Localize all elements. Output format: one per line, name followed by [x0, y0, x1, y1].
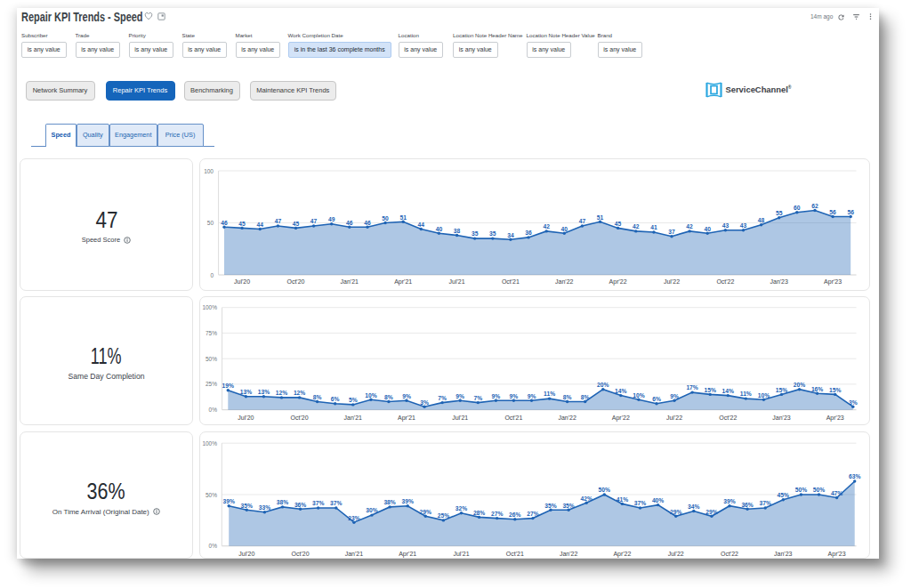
- svg-text:Jul'21: Jul'21: [453, 551, 469, 557]
- svg-text:45: 45: [238, 221, 246, 227]
- svg-text:41: 41: [650, 224, 657, 230]
- svg-text:47: 47: [275, 218, 282, 224]
- svg-text:37%: 37%: [634, 500, 646, 506]
- svg-text:43: 43: [722, 222, 730, 229]
- svg-text:100: 100: [204, 168, 214, 174]
- svg-text:34: 34: [507, 232, 514, 238]
- svg-text:40%: 40%: [652, 497, 664, 503]
- svg-text:Jan'23: Jan'23: [770, 278, 788, 285]
- svg-text:45: 45: [293, 221, 300, 227]
- svg-text:37%: 37%: [760, 500, 771, 506]
- svg-text:56: 56: [829, 209, 836, 215]
- svg-text:Jul'20: Jul'20: [238, 551, 254, 557]
- svg-text:9%: 9%: [670, 393, 679, 399]
- svg-text:41%: 41%: [617, 496, 628, 503]
- svg-text:Apr'21: Apr'21: [394, 278, 412, 286]
- svg-text:8%: 8%: [563, 394, 572, 400]
- svg-text:33%: 33%: [259, 504, 270, 511]
- svg-text:47: 47: [310, 218, 318, 224]
- svg-text:Jul'22: Jul'22: [668, 551, 684, 557]
- svg-text:9%: 9%: [528, 393, 536, 399]
- svg-text:12%: 12%: [276, 390, 287, 396]
- svg-text:40: 40: [436, 226, 443, 232]
- svg-text:Oct'20: Oct'20: [291, 415, 309, 421]
- svg-text:36%: 36%: [741, 502, 753, 508]
- svg-text:26%: 26%: [509, 511, 520, 518]
- svg-text:6%: 6%: [652, 396, 661, 402]
- svg-text:Jan'22: Jan'22: [560, 551, 578, 557]
- svg-text:37%: 37%: [312, 500, 324, 506]
- svg-text:0%: 0%: [209, 407, 218, 413]
- svg-text:17%: 17%: [686, 384, 697, 391]
- svg-text:20%: 20%: [794, 382, 805, 388]
- svg-text:10%: 10%: [633, 392, 644, 399]
- svg-text:Jul'22: Jul'22: [664, 278, 680, 285]
- svg-text:46: 46: [364, 220, 371, 226]
- svg-text:9%: 9%: [510, 393, 519, 399]
- svg-text:9%: 9%: [456, 393, 464, 399]
- svg-text:56: 56: [847, 209, 854, 215]
- svg-text:Oct'20: Oct'20: [286, 278, 304, 285]
- svg-text:51: 51: [597, 214, 604, 221]
- svg-text:29%: 29%: [420, 509, 431, 515]
- svg-text:15%: 15%: [776, 387, 787, 393]
- svg-text:5%: 5%: [349, 397, 358, 403]
- svg-text:50: 50: [382, 215, 389, 222]
- svg-text:50%: 50%: [206, 356, 217, 362]
- svg-text:25%: 25%: [206, 381, 217, 387]
- svg-text:7%: 7%: [473, 395, 482, 401]
- svg-text:Apr'21: Apr'21: [398, 415, 415, 422]
- svg-text:55: 55: [776, 210, 783, 216]
- svg-text:63%: 63%: [849, 473, 860, 479]
- svg-text:27%: 27%: [491, 511, 503, 517]
- svg-text:39%: 39%: [723, 498, 735, 504]
- svg-text:29%: 29%: [705, 509, 717, 515]
- svg-text:9%: 9%: [492, 393, 501, 399]
- svg-text:15%: 15%: [705, 387, 716, 393]
- svg-text:0: 0: [210, 272, 214, 278]
- svg-text:40: 40: [561, 226, 568, 232]
- svg-text:36: 36: [525, 230, 532, 236]
- svg-text:Oct'21: Oct'21: [504, 415, 522, 421]
- svg-text:100%: 100%: [202, 440, 217, 447]
- svg-text:13%: 13%: [240, 389, 252, 395]
- svg-text:Jul'21: Jul'21: [452, 415, 468, 421]
- svg-text:11%: 11%: [740, 391, 752, 397]
- svg-text:16%: 16%: [811, 386, 823, 392]
- svg-text:Apr'21: Apr'21: [399, 551, 416, 558]
- svg-text:Oct'21: Oct'21: [506, 551, 524, 557]
- svg-text:35: 35: [489, 230, 496, 237]
- svg-text:39%: 39%: [223, 498, 235, 504]
- svg-text:50: 50: [207, 220, 214, 226]
- svg-text:42: 42: [686, 223, 693, 230]
- svg-text:32%: 32%: [456, 505, 467, 511]
- svg-text:Jan'21: Jan'21: [341, 278, 359, 285]
- svg-text:Jul'21: Jul'21: [449, 278, 465, 285]
- svg-text:35: 35: [472, 230, 479, 237]
- svg-text:34%: 34%: [688, 503, 699, 510]
- svg-text:20%: 20%: [597, 382, 609, 388]
- svg-text:38%: 38%: [277, 499, 288, 505]
- svg-text:46: 46: [346, 220, 353, 226]
- svg-text:0%: 0%: [209, 543, 218, 549]
- svg-text:Jan'21: Jan'21: [345, 551, 364, 557]
- svg-text:62: 62: [811, 203, 818, 209]
- svg-text:60: 60: [794, 205, 801, 211]
- svg-text:Jul'20: Jul'20: [238, 415, 254, 421]
- svg-text:25%: 25%: [438, 512, 449, 519]
- svg-text:14%: 14%: [722, 388, 734, 394]
- svg-text:Oct'22: Oct'22: [719, 415, 737, 421]
- svg-text:28%: 28%: [473, 510, 485, 516]
- svg-text:35%: 35%: [544, 503, 556, 509]
- svg-text:39%: 39%: [402, 498, 414, 504]
- svg-text:46: 46: [221, 220, 228, 226]
- svg-text:3%: 3%: [849, 399, 858, 406]
- svg-text:42: 42: [633, 223, 640, 230]
- svg-text:12%: 12%: [294, 390, 305, 396]
- svg-text:Jul'22: Jul'22: [666, 415, 682, 421]
- svg-text:50%: 50%: [795, 487, 807, 493]
- svg-text:43: 43: [740, 222, 747, 229]
- svg-text:Apr'22: Apr'22: [609, 278, 627, 286]
- svg-text:23%: 23%: [348, 515, 359, 521]
- svg-text:6%: 6%: [331, 396, 340, 402]
